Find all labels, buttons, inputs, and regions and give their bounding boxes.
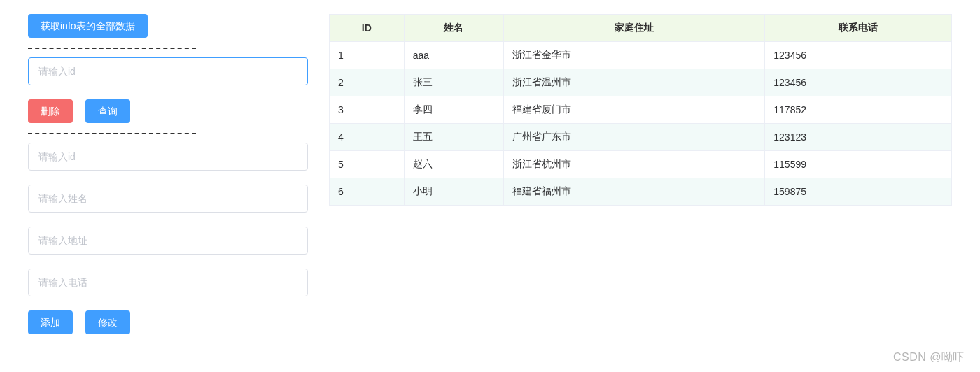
add-phone-input[interactable]	[28, 269, 308, 296]
cell-id: 2	[330, 69, 405, 96]
table-row: 5赵六浙江省杭州市115599	[330, 151, 952, 178]
cell-address: 福建省福州市	[503, 178, 764, 206]
info-table: ID 姓名 家庭住址 联系电话 1aaa浙江省金华市1234562张三浙江省温州…	[329, 14, 952, 206]
delete-button[interactable]: 删除	[28, 99, 73, 123]
table-panel: ID 姓名 家庭住址 联系电话 1aaa浙江省金华市1234562张三浙江省温州…	[329, 14, 952, 334]
cell-phone: 159875	[765, 178, 952, 206]
table-row: 2张三浙江省温州市123456	[330, 69, 952, 96]
table-header-row: ID 姓名 家庭住址 联系电话	[330, 15, 952, 42]
table-row: 4王五广州省广东市123123	[330, 124, 952, 151]
cell-address: 广州省广东市	[503, 124, 764, 151]
cell-name: aaa	[404, 42, 503, 69]
cell-id: 4	[330, 124, 405, 151]
cell-id: 1	[330, 42, 405, 69]
cell-name: 王五	[404, 124, 503, 151]
cell-phone: 123456	[765, 69, 952, 96]
cell-name: 李四	[404, 96, 503, 124]
add-address-input[interactable]	[28, 227, 308, 255]
cell-id: 6	[330, 178, 405, 206]
cell-phone: 117852	[765, 96, 952, 124]
query-button[interactable]: 查询	[85, 99, 130, 123]
cell-name: 赵六	[404, 151, 503, 178]
cell-name: 张三	[404, 69, 503, 96]
add-button[interactable]: 添加	[28, 310, 73, 334]
cell-id: 5	[330, 151, 405, 178]
modify-button[interactable]: 修改	[85, 310, 130, 334]
table-row: 1aaa浙江省金华市123456	[330, 42, 952, 69]
cell-phone: 123123	[765, 124, 952, 151]
cell-id: 3	[330, 96, 405, 124]
cell-phone: 123456	[765, 42, 952, 69]
cell-phone: 115599	[765, 151, 952, 178]
col-header-id: ID	[330, 15, 405, 42]
cell-address: 浙江省温州市	[503, 69, 764, 96]
id-input[interactable]	[28, 57, 308, 85]
cell-address: 浙江省金华市	[503, 42, 764, 69]
col-header-address: 家庭住址	[503, 15, 764, 42]
divider	[28, 48, 196, 49]
table-row: 3李四福建省厦门市117852	[330, 96, 952, 124]
divider	[28, 133, 196, 134]
cell-name: 小明	[404, 178, 503, 206]
cell-address: 浙江省杭州市	[503, 151, 764, 178]
table-row: 6小明福建省福州市159875	[330, 178, 952, 206]
form-panel: 获取info表的全部数据 删除 查询 添加 修改	[28, 14, 308, 334]
col-header-phone: 联系电话	[765, 15, 952, 42]
col-header-name: 姓名	[404, 15, 503, 42]
fetch-all-button[interactable]: 获取info表的全部数据	[28, 14, 148, 38]
cell-address: 福建省厦门市	[503, 96, 764, 124]
add-id-input[interactable]	[28, 143, 308, 171]
add-name-input[interactable]	[28, 185, 308, 213]
